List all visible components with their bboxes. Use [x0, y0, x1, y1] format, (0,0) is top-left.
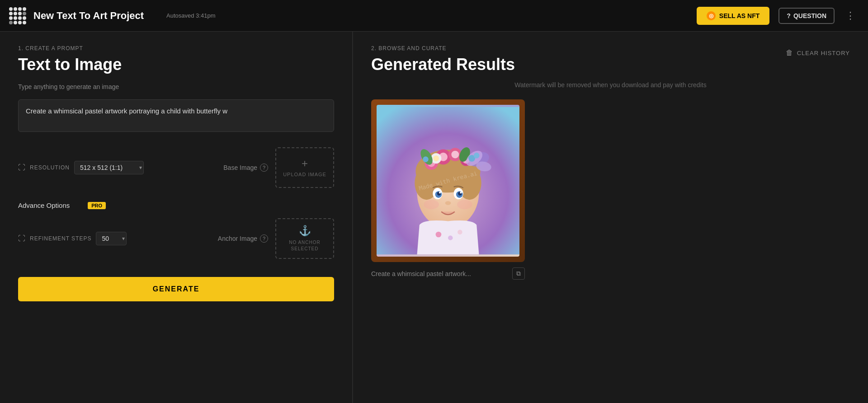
logo-dot	[23, 12, 26, 15]
more-icon: ⋮	[845, 10, 855, 21]
result-caption-text: Create a whimsical pastel artwork...	[371, 270, 471, 277]
sell-nft-label: SELL AS NFT	[719, 12, 760, 19]
generate-button[interactable]: GENERATE	[18, 277, 334, 301]
svg-point-30	[460, 192, 462, 193]
prompt-input[interactable]: Create a whimsical pastel artwork portra…	[18, 99, 334, 132]
generated-results-title: Generated Results	[371, 55, 515, 74]
logo-dot	[18, 21, 22, 24]
resolution-label: RESOLUTION	[30, 164, 70, 171]
watermark-notice: Watermark will be removed when you downl…	[371, 81, 850, 89]
logo-dot	[18, 7, 22, 11]
logo-dot	[14, 7, 17, 11]
logo-area: New Text To Art Project	[9, 7, 157, 24]
sell-nft-button[interactable]: ◎ SELL AS NFT	[697, 7, 769, 25]
right-header: 2. BROWSE AND CURATE Generated Results 🗑…	[371, 45, 850, 74]
logo-dot	[18, 12, 22, 15]
logo-dot	[9, 21, 13, 24]
trash-icon: 🗑	[786, 49, 793, 57]
svg-point-36	[458, 230, 462, 234]
upload-image-label: UPLOAD IMAGE	[283, 172, 326, 177]
refinement-expand-icon: ⛶	[18, 234, 25, 243]
logo-dot	[18, 16, 22, 20]
section-title-left: Text to Image	[18, 55, 334, 74]
right-panel: 2. BROWSE AND CURATE Generated Results 🗑…	[353, 32, 868, 403]
resolution-row: ⛶ RESOLUTION 512 x 512 (1:1) 1024 x 1024…	[18, 147, 334, 188]
right-title-group: 2. BROWSE AND CURATE Generated Results	[371, 45, 515, 74]
anchor-image-label: Anchor Image ?	[218, 234, 268, 243]
question-mark-icon: ?	[787, 12, 791, 19]
project-title: New Text To Art Project	[33, 10, 144, 22]
step-label-right: 2. BROWSE AND CURATE	[371, 45, 515, 52]
logo-dot	[14, 12, 17, 15]
svg-point-22	[423, 156, 429, 162]
refinement-group: ⛶ REFINEMENT STEPS 10 20 30 40 50 75 100…	[18, 232, 125, 245]
logo-dot	[14, 21, 17, 24]
advance-options-label: Advance Options	[18, 202, 70, 209]
clear-history-label: CLEAR HISTORY	[797, 50, 850, 56]
question-button[interactable]: ? QUESTION	[778, 8, 835, 24]
anchor-image-button[interactable]: ⚓ NO ANCHOR SELECTED	[275, 218, 334, 259]
svg-point-35	[448, 235, 453, 240]
main-content: 1. CREATE A PROMPT Text to Image Type an…	[0, 32, 868, 403]
no-anchor-label: NO ANCHOR SELECTED	[289, 239, 321, 252]
bottom-controls: ⛶ REFINEMENT STEPS 10 20 30 40 50 75 100…	[18, 218, 334, 259]
generated-artwork-svg	[377, 105, 519, 257]
logo-dot	[9, 12, 13, 15]
logo-dot	[14, 16, 17, 20]
copy-caption-button[interactable]: ⧉	[512, 267, 525, 280]
logo-dot	[23, 7, 26, 11]
refinement-label: REFINEMENT STEPS	[30, 235, 91, 242]
upload-image-button[interactable]: + UPLOAD IMAGE	[275, 147, 334, 188]
more-options-button[interactable]: ⋮	[842, 8, 859, 23]
svg-point-21	[474, 153, 480, 159]
anchor-image-area: Anchor Image ? ⚓ NO ANCHOR SELECTED	[138, 218, 334, 259]
resolution-group: ⛶ RESOLUTION 512 x 512 (1:1) 1024 x 1024…	[18, 161, 142, 174]
svg-point-34	[436, 232, 442, 238]
refinement-steps-select[interactable]: 10 20 30 40 50 75 100	[96, 232, 127, 245]
svg-point-14	[433, 155, 439, 161]
logo-dot	[9, 16, 13, 20]
logo-dot	[23, 21, 26, 24]
base-image-info-icon[interactable]: ?	[260, 164, 268, 172]
svg-point-33	[457, 200, 472, 209]
svg-point-31	[445, 201, 451, 205]
logo-dot	[9, 7, 13, 11]
coin-icon: ◎	[707, 11, 716, 20]
anchor-image-info-icon[interactable]: ?	[260, 234, 268, 243]
result-image-frame: Made with krea.ai	[371, 99, 525, 262]
result-image-inner: Made with krea.ai	[377, 105, 519, 257]
svg-point-10	[451, 151, 459, 159]
logo-dot	[23, 16, 26, 20]
base-image-area: Base Image ? + UPLOAD IMAGE	[156, 147, 334, 188]
left-panel: 1. CREATE A PROMPT Text to Image Type an…	[0, 32, 353, 403]
result-caption: Create a whimsical pastel artwork... ⧉	[371, 267, 525, 280]
clear-history-button[interactable]: 🗑 CLEAR HISTORY	[786, 49, 850, 57]
svg-point-29	[439, 192, 441, 193]
section-hint: Type anything to generate an image	[18, 83, 334, 90]
svg-point-32	[424, 200, 439, 209]
logo-grid	[9, 7, 26, 24]
plus-icon: +	[302, 158, 308, 169]
autosaved-label: Autosaved 3:41pm	[166, 12, 215, 19]
copy-icon: ⧉	[516, 270, 521, 277]
step-label-left: 1. CREATE A PROMPT	[18, 45, 334, 52]
anchor-icon: ⚓	[299, 225, 311, 237]
pro-badge: PRO	[88, 202, 106, 209]
base-image-label: Base Image ?	[223, 164, 268, 172]
resolution-icon: ⛶	[18, 164, 25, 172]
result-image-container: Made with krea.ai Create a whimsical pas…	[371, 99, 525, 280]
question-label: QUESTION	[793, 12, 826, 19]
resolution-select[interactable]: 512 x 512 (1:1) 1024 x 1024 (1:1) 512 x …	[74, 161, 144, 174]
advance-options-row: Advance Options PRO	[18, 202, 334, 209]
app-header: New Text To Art Project Autosaved 3:41pm…	[0, 0, 868, 32]
